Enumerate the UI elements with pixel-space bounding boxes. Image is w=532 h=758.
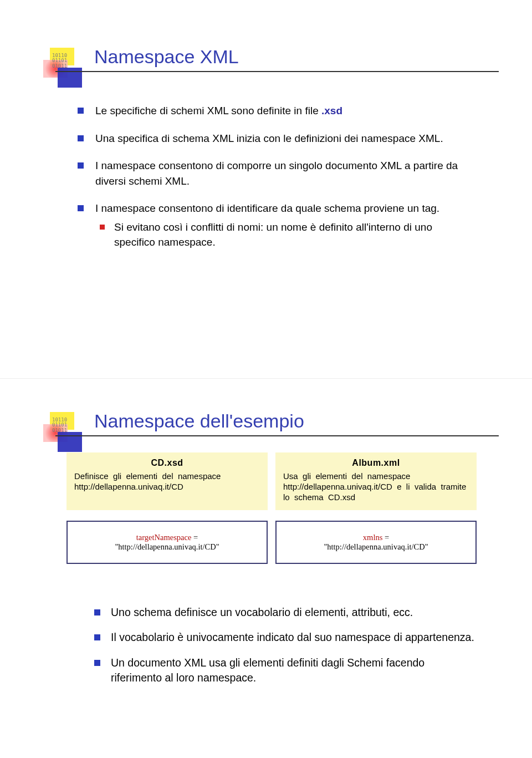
bullet-text: Le specifiche di schemi XML sono definit… bbox=[95, 105, 321, 116]
box-desc: Usa gli elementi del namespace http://de… bbox=[283, 471, 466, 502]
nested-item: Si evitano così i conflitti di nomi: un … bbox=[95, 220, 471, 250]
slide-2: 10110 01101 01011 Namespace dell'esempio… bbox=[0, 379, 532, 757]
bold-text: .xsd bbox=[321, 105, 342, 116]
bullet-item: Le specifiche di schemi XML sono definit… bbox=[78, 103, 471, 119]
bullet-item: I namespace consentono di comporre un si… bbox=[78, 158, 471, 189]
box-desc: Definisce gli elementi del namespace htt… bbox=[74, 471, 221, 491]
yellow-box-row: CD.xsd Definisce gli elementi del namesp… bbox=[66, 452, 477, 510]
bullet-item: I namespace consentono di identificare d… bbox=[78, 201, 471, 250]
box-album-xml: Album.xml Usa gli elementi del namespace… bbox=[275, 452, 477, 510]
bullet-text: Un documento XML usa gli elementi defini… bbox=[111, 657, 424, 684]
title-rule bbox=[55, 71, 499, 72]
slide-title: Namespace dell'esempio bbox=[94, 410, 304, 432]
code-value: "http://dellapenna.univaq.it/CD" bbox=[324, 542, 428, 551]
slide-title: Namespace XML bbox=[94, 46, 239, 68]
bullet-text: Una specifica di schema XML inizia con l… bbox=[95, 133, 443, 144]
bullet-item: Il vocabolario è univocamente indicato d… bbox=[94, 630, 477, 645]
code-eq: = bbox=[191, 533, 198, 542]
bullet-item: Una specifica di schema XML inizia con l… bbox=[78, 131, 471, 146]
code-box-row: targetNamespace = "http://dellapenna.uni… bbox=[66, 521, 477, 564]
logo-decoration: 10110 01101 01011 bbox=[43, 48, 88, 98]
bullet-list: Uno schema definisce un vocabolario di e… bbox=[94, 605, 477, 695]
code-keyword: xmlns bbox=[363, 533, 382, 542]
bullet-text: I namespace consentono di comporre un si… bbox=[95, 160, 458, 187]
logo-digits: 10110 01101 01011 bbox=[52, 53, 67, 69]
logo-digits: 10110 01101 01011 bbox=[52, 418, 67, 433]
nested-list: Si evitano così i conflitti di nomi: un … bbox=[95, 220, 471, 250]
code-keyword: targetNamespace bbox=[136, 533, 192, 542]
box-header: CD.xsd bbox=[74, 458, 260, 468]
code-eq: = bbox=[382, 533, 389, 542]
bullet-text: Il vocabolario è univocamente indicato d… bbox=[111, 631, 474, 643]
code-box-left: targetNamespace = "http://dellapenna.uni… bbox=[66, 521, 268, 564]
slide-1: 10110 01101 01011 Namespace XML Le speci… bbox=[0, 0, 532, 379]
bullet-text: Si evitano così i conflitti di nomi: un … bbox=[114, 221, 432, 248]
bullet-text: Uno schema definisce un vocabolario di e… bbox=[111, 606, 413, 618]
code-value: "http://dellapenna.univaq.it/CD" bbox=[115, 542, 219, 551]
box-header: Album.xml bbox=[283, 458, 469, 468]
title-rule bbox=[55, 435, 499, 436]
bullet-list: Le specifiche di schemi XML sono definit… bbox=[78, 103, 471, 262]
box-cd-xsd: CD.xsd Definisce gli elementi del namesp… bbox=[66, 452, 268, 510]
bullet-text: I namespace consentono di identificare d… bbox=[95, 202, 439, 214]
code-box-right: xmlns = "http://dellapenna.univaq.it/CD" bbox=[275, 521, 477, 564]
bullet-item: Uno schema definisce un vocabolario di e… bbox=[94, 605, 477, 620]
bullet-item: Un documento XML usa gli elementi defini… bbox=[94, 655, 477, 686]
